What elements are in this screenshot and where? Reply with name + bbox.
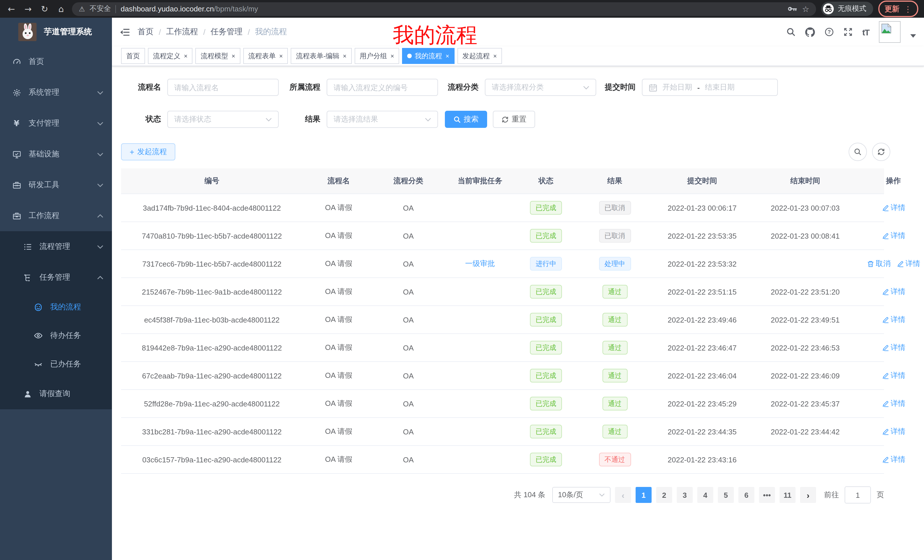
tab-process-form[interactable]: 流程表单×: [243, 48, 288, 64]
browser-forward-icon[interactable]: →: [22, 4, 34, 14]
sidebar-item-process-management[interactable]: 流程管理: [0, 231, 112, 262]
detail-link[interactable]: 详情: [882, 203, 906, 213]
cell-name: OA 请假: [325, 370, 352, 381]
sidebar-item-infrastructure[interactable]: 基础设施: [0, 139, 112, 169]
close-icon[interactable]: ×: [279, 52, 283, 59]
pagination-total: 共 104 条: [514, 490, 545, 500]
page-size-select[interactable]: 10条/页: [552, 487, 610, 503]
security-label[interactable]: 不安全: [90, 4, 111, 14]
sidebar-item-system[interactable]: 系统管理: [0, 77, 112, 108]
breadcrumb-item[interactable]: 工作流程: [166, 27, 198, 37]
sidebar-item-workflow[interactable]: 工作流程: [0, 201, 112, 231]
avatar-caret-down-icon[interactable]: [910, 34, 916, 38]
detail-link[interactable]: 详情: [882, 427, 906, 437]
logo-row[interactable]: 芋道管理系统: [0, 18, 112, 46]
tab-create-process[interactable]: 发起流程×: [457, 48, 502, 64]
bookmark-star-icon[interactable]: ☆: [802, 4, 809, 13]
process-table: 编号流程名流程分类当前审批任务状态结果提交时间结束时间操作 3ad174fb-7…: [121, 168, 884, 474]
tab-user-group[interactable]: 用户分组×: [355, 48, 399, 64]
sidebar-item-task-management[interactable]: 任务管理: [0, 262, 112, 293]
chevron-up-icon: [97, 276, 104, 279]
cell-category: OA: [403, 204, 414, 212]
table-refresh-icon[interactable]: [872, 143, 890, 161]
monitor-icon: [11, 150, 22, 159]
eye-closed-icon: [33, 359, 44, 369]
sidebar-item-home[interactable]: 首页: [0, 46, 112, 77]
breadcrumb-item[interactable]: 任务管理: [211, 27, 243, 37]
sidebar-item-todo-tasks[interactable]: 待办任务: [0, 321, 112, 350]
detail-link[interactable]: 详情: [882, 287, 906, 297]
cell-submit-time: 2022-01-22 23:51:15: [668, 287, 736, 296]
breadcrumb-item[interactable]: 首页: [138, 27, 154, 37]
sidebar-item-done-tasks[interactable]: 已办任务: [0, 350, 112, 379]
page-button-3[interactable]: 3: [677, 487, 693, 503]
tab-home[interactable]: 首页: [121, 48, 145, 64]
status-select[interactable]: 请选择状态: [167, 111, 279, 128]
tab-label: 流程表单-编辑: [296, 51, 339, 61]
tab-process-definition[interactable]: 流程定义×: [148, 48, 193, 64]
table-search-icon[interactable]: [849, 143, 867, 161]
help-icon[interactable]: ?: [825, 27, 834, 36]
parent-process-input[interactable]: [327, 79, 438, 96]
sidebar-item-leave-query[interactable]: 请假查询: [0, 379, 112, 409]
close-icon[interactable]: ×: [232, 52, 235, 59]
browser-back-icon[interactable]: ←: [6, 4, 17, 14]
sidebar-item-my-process[interactable]: 我的流程: [0, 293, 112, 321]
detail-link[interactable]: 详情: [882, 454, 906, 465]
toolbox-icon: [11, 181, 22, 189]
page-ellipsis[interactable]: •••: [759, 487, 775, 503]
detail-link[interactable]: 详情: [882, 343, 906, 353]
reset-button[interactable]: 重置: [493, 111, 535, 128]
close-icon[interactable]: ×: [391, 52, 394, 59]
close-icon[interactable]: ×: [493, 52, 497, 59]
cell-submit-time: 2022-01-22 23:53:32: [668, 259, 736, 268]
category-select[interactable]: 请选择流程分类: [485, 79, 596, 96]
create-process-button[interactable]: + 发起流程: [121, 143, 176, 160]
current-task-link[interactable]: 一级审批: [465, 259, 495, 269]
update-button[interactable]: 更新 ⋮: [878, 1, 918, 17]
search-button[interactable]: 搜索: [445, 111, 487, 128]
password-key-icon[interactable]: [788, 6, 798, 11]
close-icon[interactable]: ×: [343, 52, 346, 59]
detail-link[interactable]: 详情: [882, 370, 906, 381]
next-page-button[interactable]: ›: [800, 487, 816, 503]
cell-id: 3ad174fb-7b9d-11ec-8404-acde48001122: [143, 204, 280, 212]
submit-time-range-picker[interactable]: 开始日期 - 结束日期: [642, 79, 778, 96]
tab-process-model[interactable]: 流程模型×: [196, 48, 240, 64]
cell-id: 67c2eaab-7b9a-11ec-a290-acde48001122: [142, 371, 282, 380]
url-bar[interactable]: ⚠ 不安全 dashboard.yudao.iocoder.cn/bpm/tas…: [72, 2, 816, 16]
detail-link[interactable]: 详情: [882, 314, 906, 325]
sidebar-item-dev-tools[interactable]: 研发工具: [0, 169, 112, 201]
page-button-4[interactable]: 4: [697, 487, 713, 503]
avatar[interactable]: [879, 21, 901, 43]
close-icon[interactable]: ×: [446, 52, 449, 59]
close-icon[interactable]: ×: [184, 52, 188, 59]
detail-link[interactable]: 详情: [882, 398, 906, 409]
goto-page-input[interactable]: [844, 487, 871, 503]
url-text[interactable]: dashboard.yudao.iocoder.cn/bpm/task/my: [121, 4, 258, 13]
result-select[interactable]: 请选择流结果: [327, 111, 438, 128]
page-button-11[interactable]: 11: [780, 487, 795, 503]
page-button-2[interactable]: 2: [656, 487, 672, 503]
prev-page-button[interactable]: ‹: [615, 487, 631, 503]
github-icon[interactable]: [805, 27, 815, 37]
page-button-5[interactable]: 5: [718, 487, 734, 503]
browser-menu-dots-icon[interactable]: ⋮: [904, 4, 912, 13]
page-button-1[interactable]: 1: [636, 487, 652, 503]
browser-home-icon[interactable]: ⌂: [56, 4, 67, 14]
browser-reload-icon[interactable]: ↻: [39, 4, 50, 14]
tab-my-process[interactable]: 我的流程×: [402, 48, 454, 64]
detail-link[interactable]: 详情: [896, 259, 920, 269]
tab-process-form-edit[interactable]: 流程表单-编辑×: [291, 48, 352, 64]
sidebar-item-payment[interactable]: ¥支付管理: [0, 108, 112, 139]
page-button-6[interactable]: 6: [738, 487, 754, 503]
fullscreen-icon[interactable]: [843, 27, 853, 36]
sidebar-collapse-icon[interactable]: [120, 28, 130, 36]
font-size-icon[interactable]: tT: [862, 27, 869, 37]
search-icon[interactable]: [786, 27, 795, 36]
dashboard-icon: [11, 57, 22, 66]
breadcrumb-separator: /: [159, 27, 161, 36]
detail-link[interactable]: 详情: [882, 231, 906, 241]
process-name-input[interactable]: [167, 79, 279, 96]
cancel-link[interactable]: 取消: [867, 259, 891, 269]
